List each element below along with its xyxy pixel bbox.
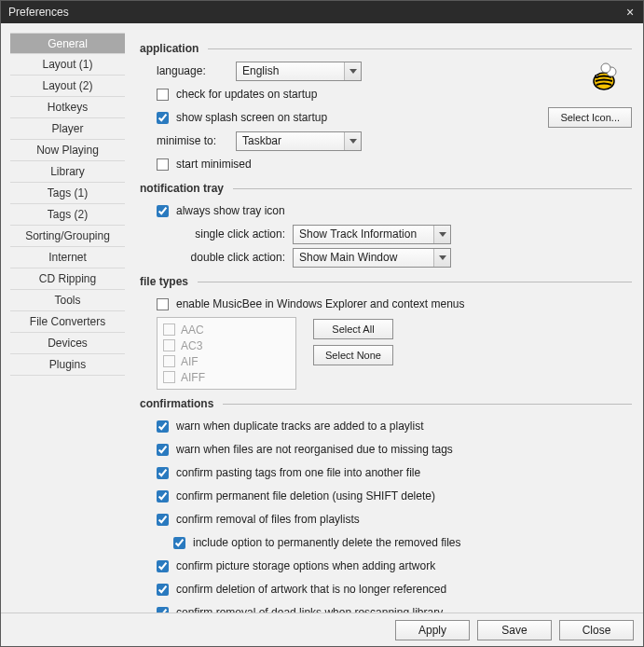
conf-cb-1[interactable] [157,444,169,456]
section-confirmations: confirmations [140,397,213,410]
sidebar-item-fileconverters[interactable]: File Converters [10,311,125,333]
sidebar-item-cdripping[interactable]: CD Ripping [10,268,125,290]
sidebar-item-layout2[interactable]: Layout (2) [10,76,125,97]
sidebar-item-nowplaying[interactable]: Now Playing [10,140,125,161]
single-click-select[interactable]: Show Track Information [293,225,451,244]
ft-ac3-checkbox [163,339,175,351]
apply-button[interactable]: Apply [395,620,470,640]
language-select[interactable]: English [236,62,362,81]
section-filetypes: file types [140,275,188,288]
conf-cb-2[interactable] [157,467,169,479]
explorer-enable-checkbox[interactable] [157,298,169,310]
explorer-enable-label: enable MusicBee in Windows Explorer and … [176,297,465,310]
sidebar-item-tags1[interactable]: Tags (1) [10,183,125,204]
chevron-down-icon [433,249,450,267]
conf-cb-6[interactable] [157,584,169,596]
window-title: Preferences [8,6,623,19]
select-none-button[interactable]: Select None [313,345,393,365]
sidebar-item-player[interactable]: Player [10,118,125,140]
preferences-window: Preferences × General Layout (1) Layout … [0,0,644,647]
start-minimised-label: start minimised [176,158,252,171]
main-panel: Select Icon... application language: Eng… [125,23,643,613]
sidebar-item-hotkeys[interactable]: Hotkeys [10,97,125,118]
sidebar-item-library[interactable]: Library [10,161,125,183]
tray-always-label: always show tray icon [176,204,285,217]
ft-aif-checkbox [163,355,175,367]
sidebar-item-layout1[interactable]: Layout (1) [10,54,125,76]
content: General Layout (1) Layout (2) Hotkeys Pl… [1,23,643,613]
select-icon-button[interactable]: Select Icon... [548,107,632,128]
bee-icon [585,61,623,94]
sidebar-item-general[interactable]: General [10,33,125,54]
sidebar-item-plugins[interactable]: Plugins [10,354,125,376]
conf-cb-4[interactable] [157,514,169,526]
conf-cb-5[interactable] [157,560,169,572]
sidebar-item-sorting[interactable]: Sorting/Grouping [10,226,125,247]
close-button[interactable]: Close [559,620,634,640]
sidebar: General Layout (1) Layout (2) Hotkeys Pl… [1,23,125,613]
chevron-down-icon [344,62,361,80]
minimise-label: minimise to: [157,134,228,147]
check-updates-checkbox[interactable] [157,89,169,101]
check-updates-label: check for updates on startup [176,88,317,101]
language-label: language: [157,64,228,77]
section-application: application [140,42,199,55]
sidebar-item-tags2[interactable]: Tags (2) [10,204,125,226]
minimise-select[interactable]: Taskbar [236,131,362,151]
conf-cb-3[interactable] [157,490,169,502]
double-click-label: double click action: [173,251,285,264]
start-minimised-checkbox[interactable] [157,158,169,171]
splash-checkbox[interactable] [157,112,169,124]
select-all-button[interactable]: Select All [313,319,393,339]
double-click-select[interactable]: Show Main Window [293,248,451,268]
chevron-down-icon [433,226,450,243]
filetypes-list: AAC AC3 AIF AIFF [157,317,296,390]
tray-always-checkbox[interactable] [157,205,169,217]
svg-point-2 [601,63,610,73]
titlebar: Preferences × [1,1,643,23]
ft-aac-checkbox [163,324,175,336]
single-click-label: single click action: [173,227,285,241]
app-icon-block [582,61,626,103]
sidebar-item-tools[interactable]: Tools [10,290,125,311]
conf-cb-0[interactable] [157,420,169,433]
splash-label: show splash screen on startup [176,111,327,124]
ft-aiff-checkbox [163,371,175,383]
sidebar-item-internet[interactable]: Internet [10,247,125,268]
conf-sub-cb[interactable] [173,537,185,549]
close-icon[interactable]: × [623,5,637,20]
svg-point-3 [595,75,598,78]
svg-point-4 [596,76,597,76]
footer: Apply Save Close [1,613,643,646]
section-tray: notification tray [140,182,224,195]
conf-cb-7[interactable] [157,607,169,613]
chevron-down-icon [344,132,361,150]
sidebar-item-devices[interactable]: Devices [10,333,125,354]
save-button[interactable]: Save [477,620,552,640]
